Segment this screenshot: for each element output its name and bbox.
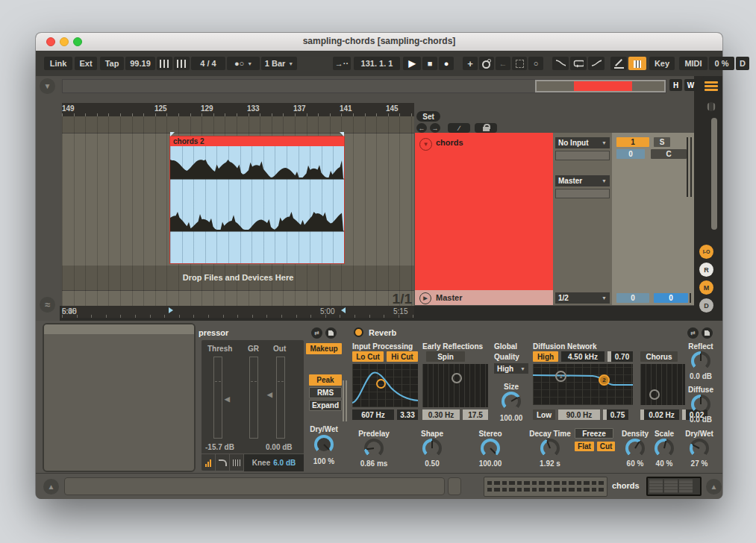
decay-time-knob[interactable] <box>540 439 560 458</box>
re-enable-automation-button[interactable]: ← <box>496 57 510 70</box>
reverb-titlebar[interactable]: Reverb ⇄ <box>349 326 718 340</box>
computer-midi-keyboard-button[interactable] <box>628 57 646 70</box>
link-button[interactable]: Link <box>44 57 72 70</box>
input-freq-value[interactable]: 607 Hz <box>352 409 394 420</box>
high-shelf-handle[interactable]: 2 <box>599 374 610 386</box>
punch-out-button[interactable] <box>588 57 605 70</box>
out-slider-handle[interactable]: ◀ <box>267 391 272 398</box>
device-view-toggle-icon[interactable]: ▲ <box>706 479 722 495</box>
clip-overview-strip[interactable] <box>484 477 607 497</box>
next-locator-button[interactable]: → <box>430 123 440 133</box>
chorus-rate-value[interactable]: 0.02 Hz <box>640 409 679 420</box>
save-preset-icon[interactable] <box>325 327 337 339</box>
key-map-button[interactable]: Key <box>649 57 675 70</box>
toggle-mixer-button[interactable]: M <box>699 280 713 295</box>
stop-button[interactable]: ■ <box>422 57 437 70</box>
shape-value[interactable]: 0.50 <box>413 459 451 468</box>
thresh-value[interactable]: -15.7 dB <box>205 443 234 451</box>
spin-amount-value[interactable]: 17.5 <box>463 409 488 420</box>
track-fold-icon[interactable]: ▼ <box>419 138 432 151</box>
density-value[interactable]: 60 % <box>618 459 652 468</box>
arrangement-selector-icon[interactable]: ▼ <box>40 78 55 94</box>
track-header-chords[interactable]: ▼ chords <box>415 133 553 290</box>
low-shelf-button[interactable]: Low <box>533 409 555 420</box>
toggle-delay-button[interactable]: D <box>699 298 713 313</box>
activity-view-button[interactable] <box>202 454 216 471</box>
device-on-led[interactable] <box>354 327 363 337</box>
tempo-field[interactable]: 99.19 <box>125 57 155 70</box>
solo-button[interactable]: S <box>654 137 670 147</box>
spin-button[interactable]: Spin <box>426 351 465 362</box>
tap-tempo-button[interactable]: Tap <box>100 57 124 70</box>
comp-drywet-knob[interactable] <box>314 435 334 454</box>
input-channel-box[interactable] <box>555 151 610 160</box>
hi-cut-button[interactable]: Hi Cut <box>387 351 418 362</box>
shape-knob[interactable] <box>422 439 442 458</box>
track-activator-button[interactable]: 1 <box>616 137 649 147</box>
predelay-value[interactable]: 0.86 ms <box>354 459 394 468</box>
capture-button[interactable]: ○ <box>528 57 543 70</box>
reflect-knob[interactable] <box>691 351 710 371</box>
compressor-titlebar[interactable]: pressor ⇄ <box>197 326 342 340</box>
time-signature-field[interactable]: 4 / 4 <box>191 57 225 70</box>
toggle-returns-button[interactable]: R <box>699 263 713 277</box>
out-meter[interactable] <box>276 357 285 439</box>
low-gain-value[interactable]: 0.75 <box>603 409 628 420</box>
draw-automation-button[interactable]: ∕ <box>448 123 470 133</box>
clip-title[interactable]: chords 2 <box>170 136 344 146</box>
cut-button[interactable]: Cut <box>597 442 615 451</box>
high-gain-value[interactable]: 0.70 <box>607 351 633 362</box>
quantize-menu[interactable]: 1 Bar ▼ <box>261 57 297 70</box>
session-record-button[interactable] <box>512 57 527 70</box>
size-knob[interactable] <box>502 392 521 411</box>
thresh-slider-handle[interactable]: ◀ <box>225 395 230 403</box>
diffuse-knob[interactable] <box>691 395 710 414</box>
nudge-down-button[interactable] <box>157 57 172 70</box>
overdub-button[interactable]: + <box>463 57 478 70</box>
master-header[interactable]: ▶ Master <box>415 290 553 305</box>
punch-in-button[interactable] <box>552 57 569 70</box>
audio-clip[interactable]: chords 2 <box>170 136 344 263</box>
peak-button[interactable]: Peak <box>309 374 342 386</box>
chorus-xy-pad[interactable] <box>640 364 685 405</box>
spin-handle[interactable] <box>452 373 462 383</box>
beat-time-ruler[interactable]: 125129133137141145149 <box>62 103 414 116</box>
size-value[interactable]: 100.00 <box>494 414 528 422</box>
zoom-width-button[interactable]: W <box>684 79 697 91</box>
prev-locator-button[interactable]: ← <box>416 123 427 133</box>
diffusion-eq-graph[interactable]: 1 2 <box>533 364 633 405</box>
input-routing-select[interactable]: No Input ▼ <box>555 137 610 148</box>
expand-button[interactable]: Expand <box>309 400 342 411</box>
midi-map-button[interactable]: MIDI <box>679 57 707 70</box>
draw-mode-button[interactable] <box>610 57 627 70</box>
stereo-knob[interactable] <box>481 439 500 458</box>
arm-record-value[interactable]: 0 <box>616 149 645 159</box>
automation-arm-button[interactable] <box>479 57 494 70</box>
arrangement-position-field[interactable]: 131. 1. 1 <box>354 57 400 70</box>
track-name[interactable]: chords <box>436 138 463 147</box>
output-routing-select[interactable]: Master ▼ <box>555 175 610 186</box>
device-chain-overview[interactable] <box>646 477 702 496</box>
scale-value[interactable]: 40 % <box>649 459 679 468</box>
loop-end-marker[interactable] <box>340 132 344 136</box>
overview-viewport[interactable] <box>535 80 666 92</box>
set-locator-button[interactable]: Set <box>416 111 440 122</box>
low-shelf-handle[interactable]: 1 <box>555 371 566 382</box>
chorus-button[interactable]: Chorus <box>640 351 678 362</box>
density-knob[interactable] <box>625 439 645 458</box>
loop-switch-button[interactable] <box>570 57 587 70</box>
low-freq-value[interactable]: 90.0 Hz <box>558 409 600 420</box>
toggle-io-button[interactable]: I-O <box>699 245 713 259</box>
diffuse-value[interactable]: 0.0 dB <box>684 415 718 424</box>
thresh-meter[interactable] <box>213 357 222 439</box>
master-routing-select[interactable]: 1/2 ▼ <box>555 292 610 304</box>
filter-handle[interactable] <box>376 379 386 389</box>
overview-toggle-button[interactable] <box>702 76 721 95</box>
output-channel-box[interactable] <box>555 189 610 198</box>
high-shelf-button[interactable]: High <box>533 351 558 362</box>
knee-field[interactable]: Knee 6.0 dB <box>244 454 304 471</box>
quality-select[interactable]: High ▼ <box>494 363 528 374</box>
nudge-up-button[interactable] <box>174 57 190 70</box>
stereo-value[interactable]: 100.00 <box>470 459 510 468</box>
high-freq-value[interactable]: 4.50 kHz <box>561 351 605 362</box>
